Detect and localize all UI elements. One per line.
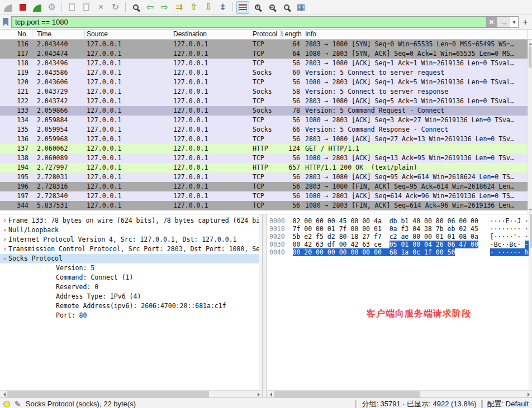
packet-row[interactable]: 1972.728340127.0.0.1127.0.0.1TCP561080 →… — [0, 191, 528, 201]
filter-add-button[interactable]: + — [520, 16, 530, 28]
cell-len: 124 — [281, 144, 302, 153]
packet-row[interactable]: 1172.043474127.0.0.1127.0.0.1TCP641080 →… — [0, 49, 528, 59]
packet-row[interactable]: 1182.043496127.0.0.1127.0.0.1TCP562803 →… — [0, 59, 528, 68]
find-packet-icon[interactable] — [129, 1, 142, 14]
go-back-icon[interactable]: ⇦ — [144, 1, 156, 14]
capture-start-icon[interactable] — [2, 1, 15, 14]
scroll-right-icon[interactable] — [255, 391, 262, 397]
display-filter-input[interactable] — [12, 17, 486, 27]
packet-row[interactable]: 1952.728031127.0.0.1127.0.0.1TCP562803 →… — [0, 172, 528, 182]
packet-row[interactable]: 1212.043729127.0.0.1127.0.0.1Socks58Vers… — [0, 87, 528, 97]
scroll-up-icon[interactable] — [529, 41, 532, 45]
packet-row[interactable]: 1342.059884127.0.0.1127.0.0.1TCP561080 →… — [0, 116, 528, 125]
filter-bookmark-button[interactable] — [2, 17, 10, 28]
scroll-thumb[interactable] — [7, 391, 209, 397]
expander-icon[interactable]: › — [1, 244, 8, 254]
packet-row[interactable]: 1162.043440127.0.0.1127.0.0.1TCP642803 →… — [0, 40, 528, 49]
scroll-left-icon[interactable] — [0, 391, 7, 397]
detail-line[interactable]: Command: Connect (1) — [0, 273, 259, 282]
packet-row[interactable]: 1202.043606127.0.0.1127.0.0.1TCP561080 →… — [0, 78, 528, 87]
open-file-icon[interactable] — [65, 1, 78, 14]
go-forward-icon[interactable]: ⇨ — [158, 1, 171, 14]
scroll-thumb[interactable] — [530, 214, 532, 248]
bytes-vertical-scrollbar[interactable] — [529, 214, 532, 390]
capture-stop-icon[interactable] — [16, 1, 29, 14]
column-header-len[interactable]: Length — [281, 30, 302, 40]
details-horizontal-scrollbar[interactable] — [0, 390, 262, 397]
packet-list-vertical-scrollbar[interactable] — [528, 40, 532, 214]
scroll-left-icon[interactable] — [267, 391, 274, 397]
detail-line[interactable]: Reserved: 0 — [0, 282, 259, 292]
packet-row[interactable]: 1362.059968127.0.0.1127.0.0.1TCP562803 →… — [0, 135, 528, 144]
zoom-reset-icon[interactable] — [280, 1, 293, 14]
column-header-time[interactable]: Time — [32, 30, 85, 40]
detail-line[interactable]: Remote Address(ipv6): 2606:4700:20::681a… — [0, 301, 259, 311]
detail-line[interactable]: ›Internet Protocol Version 4, Src: 127.0… — [0, 235, 259, 244]
hex-row[interactable]: 0000 02 00 00 00 45 00 00 4a db b1 40 00… — [269, 217, 529, 225]
reload-icon[interactable]: ↻ — [109, 1, 122, 14]
zoom-out-icon[interactable]: − — [265, 1, 278, 14]
packet-row[interactable]: 1352.059954127.0.0.1127.0.0.1Socks66Vers… — [0, 125, 528, 135]
packet-row[interactable]: 1192.043586127.0.0.1127.0.0.1Socks60Vers… — [0, 68, 528, 78]
capture-restart-icon[interactable] — [31, 1, 44, 14]
capture-comment-icon[interactable]: ✎ — [15, 400, 21, 408]
detail-line[interactable]: Port: 80 — [0, 311, 259, 320]
hex-row[interactable]: 0040 00 20 00 00 00 00 00 00 68 1a 0c 1f… — [269, 248, 529, 256]
hex-row[interactable]: 0010 7f 00 00 01 7f 00 00 01 0a f3 04 38… — [269, 225, 529, 233]
cell-info: 1080 → 2803 [ACK] Seq=3 Ack=27 Win=26191… — [302, 116, 528, 125]
details-vertical-scrollbar[interactable] — [259, 214, 262, 390]
cell-no: 117 — [0, 49, 32, 59]
detail-line[interactable]: ›Socks Protocol — [0, 254, 259, 263]
expander-icon[interactable]: › — [1, 235, 8, 244]
packet-row[interactable]: 1372.060062127.0.0.1127.0.0.1HTTP124GET … — [0, 144, 528, 153]
go-to-packet-icon[interactable]: ⇉ — [173, 1, 186, 14]
auto-scroll-icon[interactable]: ⇟ — [216, 1, 229, 14]
detail-line[interactable]: ›Transmission Control Protocol, Src Port… — [0, 244, 259, 254]
detail-line[interactable]: Version: 5 — [0, 263, 259, 273]
cell-time: 2.728031 — [32, 172, 85, 182]
save-file-icon[interactable] — [80, 1, 93, 14]
column-header-no[interactable]: No. — [0, 30, 32, 40]
packet-row[interactable]: 3445.837531127.0.0.1127.0.0.1TCP561080 →… — [0, 201, 528, 210]
packet-row[interactable]: 1942.727997127.0.0.1127.0.0.1HTTP657HTTP… — [0, 163, 528, 172]
go-last-packet-icon[interactable]: ⇩ — [202, 1, 215, 14]
expander-icon[interactable]: › — [1, 216, 8, 225]
column-header-dst[interactable]: Destination — [170, 30, 250, 40]
detail-line[interactable]: ›Frame 133: 78 bytes on wire (624 bits),… — [0, 216, 259, 225]
scroll-thumb[interactable] — [274, 391, 420, 397]
detail-text: Version: 5 — [56, 264, 94, 272]
go-first-packet-icon[interactable]: ⇧ — [187, 1, 200, 14]
scroll-right-icon[interactable] — [525, 391, 532, 397]
packet-row[interactable]: 1222.043742127.0.0.1127.0.0.1TCP562803 →… — [0, 97, 528, 106]
close-capture-icon[interactable]: × — [94, 1, 107, 14]
filter-dropdown-icon[interactable]: ▾ — [510, 17, 518, 27]
detail-line[interactable]: Address Type: IPv6 (4) — [0, 292, 259, 301]
cell-no: 196 — [0, 182, 32, 191]
capture-options-icon[interactable]: ⚙ — [45, 1, 58, 14]
cell-src: 127.0.0.1 — [85, 59, 170, 68]
column-header-src[interactable]: Source — [85, 30, 170, 40]
resize-columns-icon[interactable]: ▦ — [294, 1, 307, 14]
colorize-icon[interactable] — [236, 1, 249, 14]
hex-row[interactable]: 0020 5b e2 f5 d2 80 18 27 f7 c2 ae 00 00… — [269, 233, 529, 241]
zoom-in-icon[interactable]: + — [251, 1, 264, 14]
cell-proto: TCP — [250, 49, 281, 59]
expander-icon[interactable]: › — [1, 225, 8, 235]
cell-info: Version: 5 Command Request - Connect — [302, 106, 528, 116]
detail-line[interactable]: ›Null/Loopback — [0, 225, 259, 235]
packet-row[interactable]: 1332.059866127.0.0.1127.0.0.1Socks78Vers… — [0, 106, 528, 116]
packet-row[interactable]: 1382.060089127.0.0.1127.0.0.1TCP561080 →… — [0, 153, 528, 163]
filter-apply-icon[interactable]: → — [497, 17, 510, 27]
expander-icon[interactable]: › — [0, 255, 10, 262]
column-header-info[interactable]: Info — [302, 30, 528, 40]
hex-row[interactable]: 0030 00 42 63 df 00 42 63 ce 05 01 00 04… — [269, 241, 529, 248]
filter-clear-icon[interactable]: ✕ — [486, 17, 497, 27]
column-header-proto[interactable]: Protocol — [250, 30, 281, 40]
cell-len: 56 — [281, 172, 302, 182]
packet-details-pane: ›Frame 133: 78 bytes on wire (624 bits),… — [0, 214, 263, 397]
packet-row[interactable]: 1962.728316127.0.0.1127.0.0.1TCP562803 →… — [0, 182, 528, 191]
bytes-horizontal-scrollbar[interactable] — [267, 390, 532, 397]
expert-info-icon[interactable] — [3, 401, 10, 407]
scroll-down-icon[interactable] — [529, 209, 532, 212]
scroll-thumb[interactable] — [529, 46, 531, 68]
